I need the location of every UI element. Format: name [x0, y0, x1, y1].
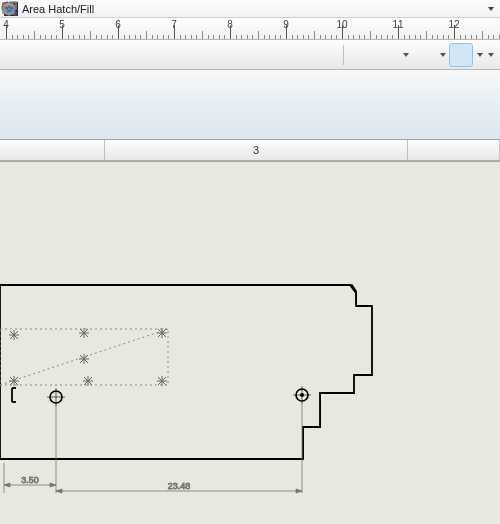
ruler-tick-minor	[297, 35, 298, 39]
ruler-label: 4	[3, 19, 9, 30]
ruler-tick-minor	[437, 35, 438, 39]
ruler-tick-minor	[353, 35, 354, 39]
ruler-tick-minor	[392, 35, 393, 39]
ruler-tick-minor	[359, 35, 360, 39]
ruler-tick-minor	[107, 35, 108, 39]
sketch-point	[157, 328, 167, 338]
ruler-tick-minor	[264, 35, 265, 39]
ruler-tick-minor	[448, 35, 449, 39]
view-background-strip	[0, 70, 500, 140]
zoom-window-icon[interactable]	[237, 44, 259, 66]
drawing-canvas[interactable]: 3.50 23.48	[0, 163, 500, 524]
sketch-point	[9, 330, 19, 340]
ruler-label: 11	[392, 19, 403, 30]
ruler-tick-minor	[213, 35, 214, 39]
dropdown-arrow[interactable]	[477, 53, 483, 57]
ruler-tick-minor	[280, 35, 281, 39]
ruler-tick-minor	[101, 35, 102, 39]
column-header-cell[interactable]: 3	[105, 140, 408, 160]
sketch-point	[83, 376, 93, 386]
tool-row: Area Hatch/Fill	[0, 0, 500, 18]
ruler-tick-minor	[482, 31, 483, 39]
ruler-tick-minor	[336, 35, 337, 39]
ruler-tick-minor	[84, 35, 85, 39]
zoom-extents-icon[interactable]	[263, 44, 285, 66]
ruler-tick-minor	[376, 35, 377, 39]
ruler-tick-minor	[465, 35, 466, 39]
ruler-tick-minor	[493, 35, 494, 39]
zoom-icon[interactable]	[289, 44, 311, 66]
ruler-tick-minor	[40, 35, 41, 39]
ruler-tick-minor	[28, 35, 29, 39]
ruler-tick-minor	[23, 35, 24, 39]
ruler-tick-minor	[348, 35, 349, 39]
ruler-tick-minor	[140, 35, 141, 39]
ruler-tick-minor	[432, 35, 433, 39]
ruler-tick-minor	[68, 35, 69, 39]
ruler-label: 9	[283, 19, 289, 30]
column-header-cell[interactable]	[0, 140, 105, 160]
ruler-tick-minor	[90, 31, 91, 39]
dropdown-arrow[interactable]	[488, 53, 494, 57]
tool-label: Area Hatch/Fill	[22, 3, 94, 15]
section-icon[interactable]	[376, 44, 398, 66]
ruler-tick-minor	[241, 35, 242, 39]
svg-point-12	[7, 7, 11, 11]
sketch-point	[157, 376, 167, 386]
ruler-tick-minor	[292, 35, 293, 39]
ruler-tick-minor	[252, 35, 253, 39]
ruler-tick-minor	[364, 35, 365, 39]
ruler-tick-minor	[325, 35, 326, 39]
sketch-point	[9, 376, 19, 386]
ruler-tick-minor	[314, 31, 315, 39]
ruler-label: 8	[227, 19, 233, 30]
ruler-label: 5	[59, 19, 65, 30]
sketch-point	[79, 354, 89, 364]
dropdown-arrow[interactable]	[403, 53, 409, 57]
ruler-tick-minor	[303, 35, 304, 39]
ruler-tick-minor	[370, 31, 371, 39]
ruler-tick-minor	[135, 35, 136, 39]
ruler-tick-minor	[73, 35, 74, 39]
visibility-icon[interactable]	[450, 44, 472, 66]
ruler-tick-minor	[185, 35, 186, 39]
ruler-tick-minor	[196, 35, 197, 39]
ruler-tick-minor	[163, 35, 164, 39]
ruler-tick-minor	[308, 35, 309, 39]
ruler-tick-minor	[168, 35, 169, 39]
svg-marker-56	[4, 483, 10, 487]
toolbar-separator	[343, 45, 344, 65]
ruler-tick-minor	[152, 35, 153, 39]
ruler-tick-minor	[96, 35, 97, 39]
ruler-tick-minor	[269, 35, 270, 39]
ruler-tick-minor	[258, 31, 259, 39]
ruler-tick-minor	[112, 35, 113, 39]
ruler-label: 6	[115, 19, 121, 30]
dropdown-arrow[interactable]	[440, 53, 446, 57]
ruler-tick-minor	[146, 31, 147, 39]
ruler-tick-minor	[404, 35, 405, 39]
ruler-tick-minor	[224, 35, 225, 39]
ruler-tick-minor	[17, 35, 18, 39]
drawing-svg: 3.50 23.48	[0, 163, 500, 524]
ruler-tick-minor	[320, 35, 321, 39]
ruler-tick-minor	[157, 35, 158, 39]
rotate-icon[interactable]	[350, 44, 372, 66]
column-header-cell[interactable]	[408, 140, 500, 160]
ruler-label: 10	[336, 19, 347, 30]
ruler-tick-minor	[275, 35, 276, 39]
ruler-tick-minor	[460, 35, 461, 39]
ruler-label: 12	[448, 19, 459, 30]
ruler-tick-minor	[56, 35, 57, 39]
ruler-tick-minor	[471, 35, 472, 39]
ruler-tick-minor	[236, 35, 237, 39]
dim-3-50: 3.50	[21, 475, 39, 485]
display-style-icon[interactable]	[413, 44, 435, 66]
ruler-tick-minor	[443, 35, 444, 39]
tool-dropdown-arrow[interactable]	[488, 7, 494, 11]
ruler-tick-minor	[34, 31, 35, 39]
ruler-tick-minor	[420, 35, 421, 39]
zoom-previous-icon[interactable]	[315, 44, 337, 66]
ruler-tick-minor	[488, 35, 489, 39]
ruler-tick-minor	[180, 35, 181, 39]
